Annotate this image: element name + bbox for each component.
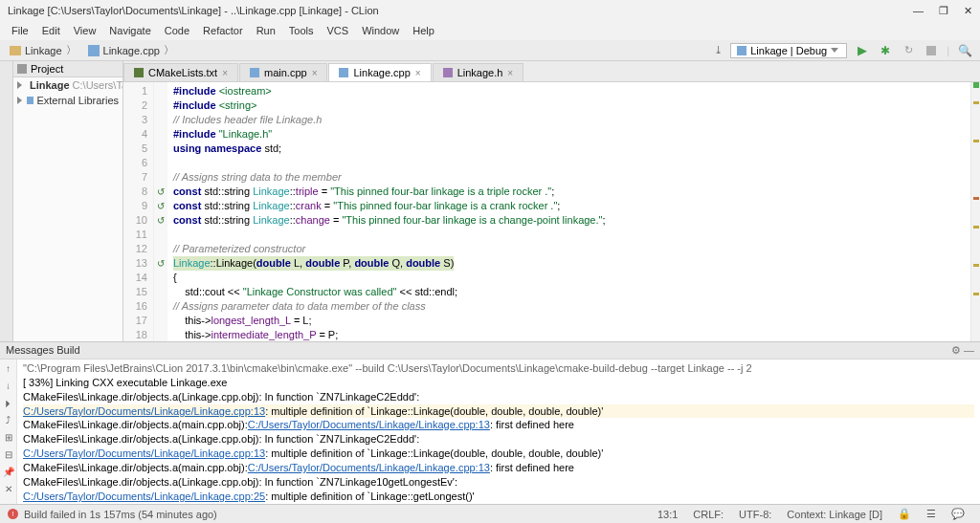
breadcrumb-folder-label: Linkage <box>25 45 62 56</box>
error-stripe[interactable] <box>970 82 980 341</box>
collapse-icon[interactable]: ⊟ <box>3 449 14 461</box>
menu-refactor[interactable]: Refactor <box>197 23 249 38</box>
play-icon: ▶ <box>858 43 867 57</box>
rerun-icon[interactable]: ↑ <box>3 363 14 375</box>
warning-marker[interactable] <box>973 293 979 295</box>
search-everywhere-button[interactable]: 🔍 <box>957 43 972 58</box>
menu-run[interactable]: Run <box>251 23 281 38</box>
search-icon: 🔍 <box>958 44 972 57</box>
tab-label: Linkage.cpp <box>353 67 410 78</box>
chevron-down-icon <box>831 48 838 53</box>
close-tab-icon[interactable]: × <box>415 68 421 78</box>
close-tab-icon[interactable]: × <box>507 68 513 78</box>
nav-bar: Linkage 〉 Linkage.cpp 〉 ⤓ Linkage | Debu… <box>0 40 980 61</box>
menu-window[interactable]: Window <box>356 23 405 38</box>
editor: CMakeLists.txt× main.cpp× Linkage.cpp× L… <box>123 61 980 341</box>
close-tab-icon[interactable]: × <box>222 68 228 78</box>
code-editor[interactable]: 1 2 3 4 5 6 7 8 9 10 11 12 13 14 15 16 1… <box>123 82 980 341</box>
window-title: Linkage [C:\Users\Taylor\Documents\Linka… <box>8 5 913 16</box>
warning-marker[interactable] <box>973 226 979 229</box>
error-status-icon[interactable]: ! <box>8 509 18 519</box>
left-tool-strip[interactable] <box>0 61 13 341</box>
chevron-right-icon: 〉 <box>66 43 77 57</box>
external-libraries-label: External Libraries <box>36 95 119 106</box>
line-gutter[interactable]: 1 2 3 4 5 6 7 8 9 10 11 12 13 14 15 16 1… <box>123 82 154 341</box>
export-icon[interactable]: ⤴ <box>3 415 14 426</box>
warning-marker[interactable] <box>973 140 979 142</box>
build-icon[interactable]: ⤓ <box>714 44 723 56</box>
tab-linkage-h[interactable]: Linkage.h× <box>433 63 524 81</box>
tab-label: main.cpp <box>264 67 307 78</box>
messages-header[interactable]: Messages Build ⚙ — <box>0 342 980 360</box>
project-root-label: Linkage <box>30 79 70 91</box>
marker-gutter[interactable]: ↺ ↺ ↺ ↺ ↺ <box>154 82 167 341</box>
warning-marker[interactable] <box>973 264 979 267</box>
status-bar: ! Build failed in 1s 157ms (54 minutes a… <box>0 504 980 523</box>
debug-button[interactable]: ✱ <box>878 43 893 58</box>
close-messages-icon[interactable]: ✕ <box>3 484 14 495</box>
messages-toolbar: ↑ ↓ ⏵ ⤴ ⊞ ⊟ 📌 ✕ <box>0 360 17 504</box>
breadcrumb-folder[interactable]: Linkage 〉 <box>4 43 82 57</box>
override-marker-icon[interactable]: ↺ <box>154 199 167 213</box>
close-tab-icon[interactable]: × <box>312 68 318 78</box>
run-config-icon <box>737 46 746 55</box>
cmake-file-icon <box>134 68 144 77</box>
inspector-icon[interactable]: ☰ <box>919 508 944 520</box>
pin-icon[interactable]: 📌 <box>3 467 14 478</box>
arrow-icon: ↻ <box>904 44 913 56</box>
project-root-path: C:\Users\Taylor\Do <box>73 79 123 91</box>
context-label[interactable]: Context: Linkage [D] <box>779 509 890 520</box>
menu-file[interactable]: File <box>6 23 34 38</box>
project-tool-window[interactable]: Project Linkage C:\Users\Taylor\Do Exter… <box>13 61 123 341</box>
project-root[interactable]: Linkage C:\Users\Taylor\Do <box>13 77 122 93</box>
stop-icon <box>926 46 936 55</box>
line-separator[interactable]: CRLF: <box>685 509 731 520</box>
warning-marker[interactable] <box>973 101 979 104</box>
minimize-icon[interactable]: — <box>913 5 924 17</box>
chevron-right-icon: 〉 <box>164 43 174 57</box>
close-icon[interactable]: ✕ <box>964 5 972 17</box>
error-marker[interactable] <box>973 197 979 200</box>
build-status-label[interactable]: Build failed in 1s 157ms (54 minutes ago… <box>24 509 217 520</box>
filter-icon[interactable]: ⏵ <box>3 398 14 409</box>
messages-header-label: Messages Build <box>6 344 80 357</box>
h-file-icon <box>443 68 453 77</box>
menu-vcs[interactable]: VCS <box>322 23 355 38</box>
caret-position[interactable]: 13:1 <box>650 509 685 520</box>
menu-tools[interactable]: Tools <box>283 23 320 38</box>
messages-settings-icon[interactable]: ⚙ — <box>951 344 974 357</box>
override-marker-icon[interactable]: ↺ <box>154 185 167 199</box>
cpp-file-icon <box>339 68 348 77</box>
menu-navigate[interactable]: Navigate <box>103 23 156 38</box>
file-encoding[interactable]: UTF-8: <box>731 509 779 520</box>
menu-edit[interactable]: Edit <box>36 23 66 38</box>
override-marker-icon[interactable]: ↺ <box>154 213 167 228</box>
breadcrumb-file[interactable]: Linkage.cpp 〉 <box>82 43 180 57</box>
code-body[interactable]: #include <iostream> #include <string> //… <box>167 82 970 341</box>
tab-label: CMakeLists.txt <box>148 67 217 78</box>
tab-linkage-cpp[interactable]: Linkage.cpp× <box>328 63 431 81</box>
expand-icon[interactable]: ⊞ <box>3 432 14 444</box>
project-header-label: Project <box>31 63 63 75</box>
override-marker-icon[interactable]: ↺ <box>154 256 167 271</box>
run-button[interactable]: ▶ <box>855 43 870 58</box>
run-config-selector[interactable]: Linkage | Debug <box>730 43 847 58</box>
menu-code[interactable]: Code <box>159 23 195 38</box>
notifications-icon[interactable]: 💬 <box>944 508 972 520</box>
coverage-button[interactable]: ↻ <box>901 43 916 58</box>
lock-icon[interactable]: 🔒 <box>890 508 919 520</box>
maximize-icon[interactable]: ❐ <box>939 5 948 17</box>
messages-output[interactable]: "C:\Program Files\JetBrains\CLion 2017.3… <box>17 360 980 504</box>
tab-label: Linkage.h <box>457 67 503 78</box>
down-icon[interactable]: ↓ <box>3 381 14 392</box>
tab-cmakelists[interactable]: CMakeLists.txt× <box>123 63 238 81</box>
menu-help[interactable]: Help <box>407 23 440 38</box>
messages-tool-window: Messages Build ⚙ — ↑ ↓ ⏵ ⤴ ⊞ ⊟ 📌 ✕ "C:\P… <box>0 341 980 504</box>
tab-main-cpp[interactable]: main.cpp× <box>239 63 327 81</box>
project-header[interactable]: Project <box>13 61 122 77</box>
run-config-label: Linkage | Debug <box>750 45 827 56</box>
external-libraries[interactable]: External Libraries <box>13 93 122 108</box>
stop-button[interactable] <box>924 43 939 58</box>
menu-view[interactable]: View <box>68 23 102 38</box>
title-bar: Linkage [C:\Users\Taylor\Documents\Linka… <box>0 0 980 21</box>
